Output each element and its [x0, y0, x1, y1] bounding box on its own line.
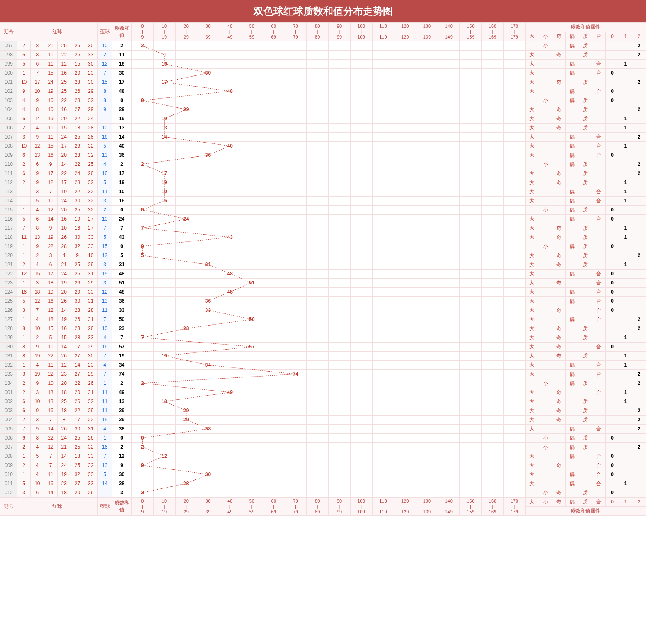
cell-big: [525, 379, 539, 388]
cell-range-1: [154, 224, 176, 233]
cell-even: [566, 324, 579, 333]
cell-red-5: 30: [84, 78, 98, 87]
cell-range-3: [197, 132, 219, 141]
cell-big: 大: [525, 260, 539, 269]
cell-red-0: 6: [17, 50, 31, 59]
cell-range-5: [241, 488, 263, 497]
cell-range-15: [460, 123, 482, 132]
cell-range-2: [175, 233, 197, 242]
cell-range-14: [438, 87, 460, 96]
cell-range-11: [372, 424, 394, 433]
ftr-range-17: 170|179: [503, 497, 525, 516]
cell-red-3: 23: [57, 479, 71, 488]
cell-range-0: [132, 50, 154, 59]
cell-red-4: 25: [71, 433, 84, 442]
cell-range-11: [372, 114, 394, 123]
cell-range-4: [219, 379, 241, 388]
cell-range-13: [416, 333, 438, 342]
cell-even: 偶: [566, 379, 579, 388]
cell-range-7: [285, 50, 307, 59]
cell-range-5: 57: [241, 342, 263, 351]
cell-range-0: [132, 296, 154, 306]
cell-range-6: [263, 442, 285, 452]
cell-range-11: [372, 260, 394, 269]
cell-range-14: [438, 205, 460, 214]
cell-range-3: [197, 224, 219, 233]
cell-big: 大: [525, 315, 539, 324]
cell-range-11: [372, 50, 394, 59]
cell-red-4: 30: [71, 196, 84, 205]
cell-range-8: [307, 105, 329, 114]
cell-range-7: [285, 278, 307, 287]
cell-range-5: [241, 424, 263, 433]
cell-t1: [619, 324, 632, 333]
cell-range-8: [307, 342, 329, 351]
cell-t2: [632, 196, 646, 205]
cell-range-2: [175, 315, 197, 324]
cell-even: 偶: [566, 205, 579, 214]
cell-range-5: [241, 333, 263, 342]
cell-big: 大: [525, 342, 539, 351]
cell-range-13: [416, 141, 438, 151]
cell-range-12: [394, 287, 416, 296]
hdr-blue: 蓝球: [98, 23, 112, 41]
cell-range-1: [154, 488, 176, 497]
cell-red-4: 26: [71, 278, 84, 287]
cell-range-2: [175, 178, 197, 187]
cell-range-15: [460, 369, 482, 379]
cell-range-8: [307, 324, 329, 333]
cell-range-16: [482, 214, 504, 224]
cell-blue: 5: [98, 141, 112, 151]
cell-range-7: [285, 224, 307, 233]
cell-period: 103: [0, 96, 17, 105]
cell-range-7: [285, 488, 307, 497]
cell-red-3: 14: [57, 160, 71, 169]
cell-range-8: [307, 260, 329, 269]
cell-range-8: [307, 187, 329, 196]
cell-range-10: [350, 242, 372, 251]
cell-red-2: 11: [44, 342, 57, 351]
cell-red-5: 31: [84, 296, 98, 306]
cell-even: [566, 306, 579, 315]
cell-range-2: [175, 187, 197, 196]
cell-range-10: [350, 470, 372, 479]
cell-range-1: [154, 287, 176, 296]
cell-range-3: [197, 461, 219, 470]
cell-t2: 2: [632, 105, 646, 114]
cell-red-2: 15: [44, 68, 57, 78]
cell-range-11: [372, 151, 394, 160]
cell-red-4: 30: [71, 296, 84, 306]
cell-range-0: [132, 141, 154, 151]
cell-range-15: [460, 251, 482, 260]
cell-range-8: [307, 333, 329, 342]
cell-range-1: [154, 360, 176, 369]
cell-range-12: [394, 178, 416, 187]
cell-range-4: [219, 406, 241, 415]
cell-range-17: [503, 123, 525, 132]
cell-small: [539, 132, 552, 141]
cell-range-11: [372, 479, 394, 488]
cell-period: 115: [0, 205, 17, 214]
hdr-range-9: 90|99: [329, 23, 351, 41]
cell-red-4: 25: [71, 442, 84, 452]
cell-range-1: [154, 342, 176, 351]
cell-red-1: 8: [31, 50, 44, 59]
cell-range-13: [416, 50, 438, 59]
cell-range-11: [372, 169, 394, 178]
cell-range-7: [285, 187, 307, 196]
cell-red-4: 16: [71, 224, 84, 233]
cell-blue: 7: [98, 224, 112, 233]
cell-big: 大: [525, 388, 539, 397]
hdr-attr-8: 2: [632, 32, 646, 41]
cell-range-6: [263, 461, 285, 470]
cell-prime: [579, 214, 592, 224]
cell-range-13: [416, 470, 438, 479]
cell-comp: 合: [592, 278, 605, 287]
cell-range-4: [219, 333, 241, 342]
cell-range-0: 2: [132, 160, 154, 169]
cell-red-4: 23: [71, 306, 84, 315]
cell-red-4: 20: [71, 488, 84, 497]
cell-range-5: [241, 360, 263, 369]
cell-range-3: [197, 452, 219, 461]
cell-range-6: [263, 178, 285, 187]
